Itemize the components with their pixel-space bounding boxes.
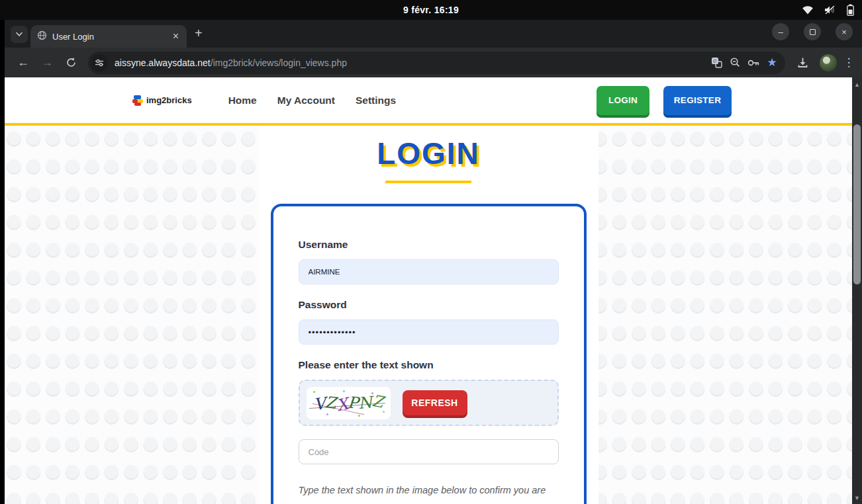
profile-avatar[interactable]: [820, 54, 837, 71]
zoom-out-icon[interactable]: [726, 54, 744, 72]
nav-home[interactable]: Home: [228, 95, 257, 106]
close-window-button[interactable]: ×: [836, 23, 853, 40]
back-button[interactable]: ←: [13, 52, 34, 73]
new-tab-button[interactable]: +: [195, 26, 203, 41]
username-input[interactable]: [299, 259, 559, 284]
reload-button[interactable]: [60, 52, 81, 73]
globe-favicon-icon: [37, 30, 47, 43]
scrollbar-down-icon[interactable]: ▼: [852, 495, 862, 501]
battery-icon: [847, 4, 854, 16]
username-label: Username: [299, 239, 559, 251]
login-card: Username Password Please enter the text …: [271, 204, 587, 504]
bricks-logo-icon: [132, 95, 143, 106]
page-scrollbar[interactable]: ▲ ▼: [852, 77, 862, 504]
captcha-letter: Z: [371, 393, 385, 411]
sound-muted-icon: [824, 5, 836, 15]
content-column: LOGIN Username Password Please enter the…: [259, 126, 599, 504]
captcha-refresh-button[interactable]: REFRESH: [403, 390, 467, 415]
site-body: LOGIN Username Password Please enter the…: [5, 126, 852, 504]
download-icon[interactable]: [792, 52, 813, 73]
main-nav: Home My Account Settings: [228, 95, 397, 106]
tab-search-button[interactable]: [11, 26, 28, 43]
browser-menu-icon[interactable]: ⋮: [842, 56, 855, 69]
header-actions: LOGIN REGISTER: [597, 86, 732, 115]
captcha-letter: P: [347, 394, 359, 411]
password-key-icon[interactable]: [744, 54, 763, 72]
brand-logo[interactable]: img2bricks: [132, 95, 192, 106]
scrollbar-thumb[interactable]: [853, 124, 861, 284]
title-underline: [385, 181, 471, 183]
forward-button[interactable]: →: [36, 52, 58, 73]
nav-my-account[interactable]: My Account: [277, 95, 335, 106]
brand-name: img2bricks: [146, 95, 192, 105]
captcha-box: V Z X P N Z REFRESH: [299, 380, 559, 426]
system-bar: 9 févr. 16:19: [0, 0, 862, 20]
page-wrap: img2bricks Home My Account Settings LOGI…: [5, 77, 862, 504]
header-register-button[interactable]: REGISTER: [663, 86, 732, 115]
tab-title: User Login: [52, 32, 166, 42]
password-label: Password: [299, 299, 559, 311]
captcha-helper-text: Type the text shown in the image below t…: [299, 482, 547, 504]
tab-strip: User Login × + – ×: [5, 20, 862, 48]
address-bar[interactable]: aissyne.alwaysdata.net/img2brick/views/l…: [88, 52, 785, 74]
url-text[interactable]: aissyne.alwaysdata.net/img2brick/views/l…: [115, 58, 707, 68]
system-tray: [802, 0, 854, 20]
scrollbar-up-icon[interactable]: ▲: [852, 81, 862, 88]
url-domain: aissyne.alwaysdata.net: [115, 58, 211, 68]
header-login-button[interactable]: LOGIN: [597, 86, 649, 115]
browser-toolbar: ← → aissyne.alwaysdata.net/img2brick/vie…: [5, 48, 862, 77]
translate-icon[interactable]: G: [707, 54, 726, 72]
captcha-code-input[interactable]: [299, 439, 559, 464]
maximize-button[interactable]: [804, 23, 821, 40]
web-page: img2bricks Home My Account Settings LOGI…: [5, 77, 852, 504]
system-clock: 9 févr. 16:19: [403, 5, 459, 15]
window-controls: – ×: [772, 23, 853, 40]
site-header: img2bricks Home My Account Settings LOGI…: [5, 77, 852, 126]
url-path: /img2brick/views/login_views.php: [211, 58, 347, 68]
wifi-icon: [802, 5, 814, 15]
bookmark-star-icon[interactable]: ★: [763, 54, 781, 72]
site-settings-icon[interactable]: [91, 54, 108, 71]
tab-user-login[interactable]: User Login ×: [30, 25, 187, 48]
page-title: LOGIN: [259, 136, 599, 171]
tab-close-icon[interactable]: ×: [171, 31, 180, 42]
captcha-image: V Z X P N Z: [307, 387, 391, 419]
password-input[interactable]: [299, 319, 559, 345]
minimize-button[interactable]: –: [772, 23, 789, 40]
browser-window: User Login × + – × ← →: [5, 20, 862, 504]
nav-settings[interactable]: Settings: [356, 95, 396, 106]
maximize-icon: [810, 29, 816, 35]
captcha-label: Please enter the text shown: [299, 359, 559, 371]
